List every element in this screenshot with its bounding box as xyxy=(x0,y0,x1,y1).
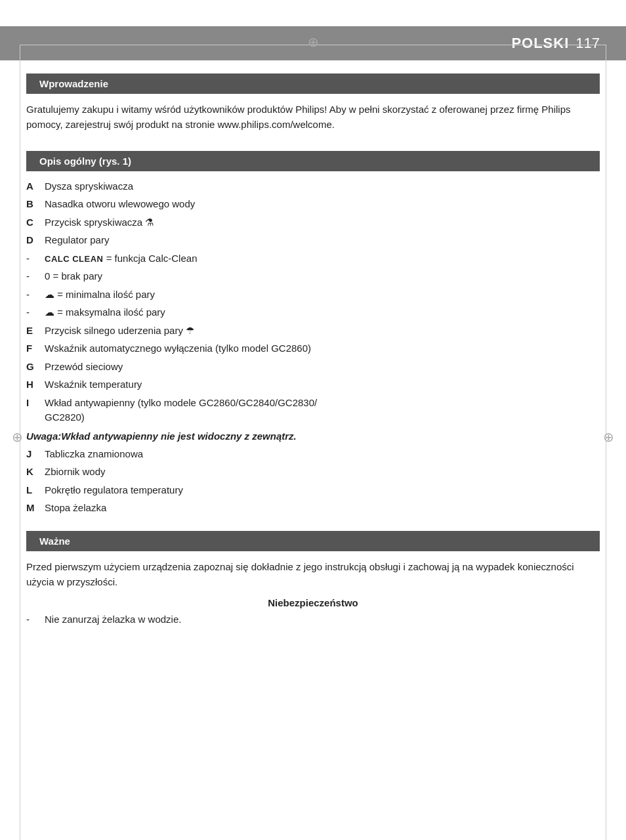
list-item: B Nasadka otworu wlewowego wody xyxy=(26,197,600,212)
item-text-a: Dysza spryskiwacza xyxy=(45,179,600,194)
list-item: G Przewód sieciowy xyxy=(26,360,600,375)
list-item: H Wskaźnik temperatury xyxy=(26,377,600,392)
list-item: - ☁ = minimalna ilość pary xyxy=(26,287,600,303)
item-letter-l: L xyxy=(26,483,45,498)
opis-list-2: J Tabliczka znamionowa K Zbiornik wody L… xyxy=(26,447,600,516)
item-text-k: Zbiornik wody xyxy=(45,465,600,480)
item-letter-e: E xyxy=(26,324,45,339)
page-number: 117 xyxy=(575,35,600,52)
item-letter-b: B xyxy=(26,197,45,212)
intro-paragraph: Gratulujemy zakupu i witamy wśród użytko… xyxy=(26,102,600,133)
crosshair-right: ⊕ xyxy=(603,429,614,445)
niebezpieczenstwo-title: Niebezpieczeństwo xyxy=(26,597,600,608)
wprowadzenie-title: Wprowadzenie xyxy=(39,78,108,89)
item-text-i: Wkład antywapienny (tylko modele GC2860/… xyxy=(45,396,600,425)
item-letter-f: F xyxy=(26,341,45,356)
list-item: K Zbiornik wody xyxy=(26,465,600,480)
dash-min: - xyxy=(26,287,45,303)
item-text-calc: CALC CLEAN = funkcja Calc-Clean xyxy=(45,251,600,266)
crosshair-left: ⊕ xyxy=(12,429,23,445)
calc-clean-label: CALC CLEAN xyxy=(45,254,104,264)
list-item: - Nie zanurzaj żelazka w wodzie. xyxy=(26,612,600,627)
wprowadzenie-bar: Wprowadzenie xyxy=(26,74,600,94)
wprowadzenie-content: Gratulujemy zakupu i witamy wśród użytko… xyxy=(0,94,626,151)
list-item: I Wkład antywapienny (tylko modele GC286… xyxy=(26,396,600,425)
item-text-c: Przycisk spryskiwacza ⚗ xyxy=(45,215,600,230)
item-letter-i: I xyxy=(26,396,45,411)
note-text: Uwaga:Wkład antywapienny nie jest widocz… xyxy=(26,430,600,442)
item-letter-j: J xyxy=(26,447,45,462)
item-text-f: Wskaźnik automatycznego wyłączenia (tylk… xyxy=(45,341,600,356)
item-letter-h: H xyxy=(26,377,45,392)
list-item: C Przycisk spryskiwacza ⚗ xyxy=(26,215,600,230)
opis-bar: Opis ogólny (rys. 1) xyxy=(26,151,600,171)
list-item: F Wskaźnik automatycznego wyłączenia (ty… xyxy=(26,341,600,356)
dash-max: - xyxy=(26,305,45,320)
list-item: - 0 = brak pary xyxy=(26,269,600,284)
page: ⊕ ⊕ ⊕ ⊕ POLSKI 117 Wprowadzenie Gratuluj… xyxy=(0,26,626,840)
item-text-h: Wskaźnik temperatury xyxy=(45,377,600,392)
dash-calc: - xyxy=(26,251,45,266)
dash-0: - xyxy=(26,269,45,284)
item-text-0: 0 = brak pary xyxy=(45,269,600,284)
opis-title: Opis ogólny (rys. 1) xyxy=(39,156,131,167)
opis-list: A Dysza spryskiwacza B Nasadka otworu wl… xyxy=(26,179,600,425)
dash-nie: - xyxy=(26,612,45,627)
item-letter-d: D xyxy=(26,233,45,248)
item-letter-k: K xyxy=(26,465,45,480)
item-text-e: Przycisk silnego uderzenia pary ☂ xyxy=(45,324,600,339)
item-text-nie: Nie zanurzaj żelazka w wodzie. xyxy=(45,612,600,627)
niebezpieczenstwo-list: - Nie zanurzaj żelazka w wodzie. xyxy=(26,612,600,627)
item-text-m: Stopa żelazka xyxy=(45,501,600,516)
item-text-l: Pokrętło regulatora temperatury xyxy=(45,483,600,498)
list-item: D Regulator pary xyxy=(26,233,600,248)
opis-content: A Dysza spryskiwacza B Nasadka otworu wl… xyxy=(0,171,626,527)
list-item: M Stopa żelazka xyxy=(26,501,600,516)
item-letter-c: C xyxy=(26,215,45,230)
list-item: - ☁ = maksymalna ilość pary xyxy=(26,305,600,320)
wazne-bar: Ważne xyxy=(26,531,600,551)
item-letter-a: A xyxy=(26,179,45,194)
item-text-min: ☁ = minimalna ilość pary xyxy=(45,287,600,303)
list-item: J Tabliczka znamionowa xyxy=(26,447,600,462)
wazne-paragraph: Przed pierwszym użyciem urządzenia zapoz… xyxy=(26,559,600,590)
item-text-j: Tabliczka znamionowa xyxy=(45,447,600,462)
item-text-g: Przewód sieciowy xyxy=(45,360,600,375)
item-letter-m: M xyxy=(26,501,45,516)
item-text-d: Regulator pary xyxy=(45,233,600,248)
wazne-content: Przed pierwszym użyciem urządzenia zapoz… xyxy=(0,551,626,639)
item-text-b: Nasadka otworu wlewowego wody xyxy=(45,197,600,212)
crosshair-top: ⊕ xyxy=(308,34,319,50)
list-item: E Przycisk silnego uderzenia pary ☂ xyxy=(26,324,600,339)
wazne-title: Ważne xyxy=(39,536,70,547)
item-letter-g: G xyxy=(26,360,45,375)
list-item: L Pokrętło regulatora temperatury xyxy=(26,483,600,498)
list-item-calc-clean: - CALC CLEAN = funkcja Calc-Clean xyxy=(26,251,600,266)
language-label: POLSKI xyxy=(511,35,569,52)
list-item: A Dysza spryskiwacza xyxy=(26,179,600,194)
item-text-max: ☁ = maksymalna ilość pary xyxy=(45,305,600,320)
